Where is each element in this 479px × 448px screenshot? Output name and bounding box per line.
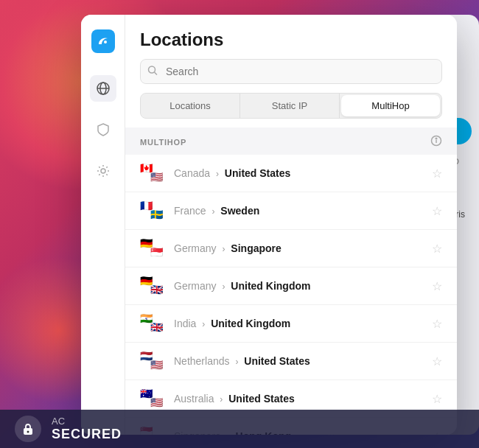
secured-label: SECURED bbox=[52, 427, 122, 442]
location-from: Germany bbox=[174, 280, 217, 292]
svg-point-0 bbox=[104, 41, 107, 43]
location-from: Canada bbox=[174, 167, 210, 179]
lock-icon bbox=[15, 416, 41, 442]
location-text: Germany › Singapore bbox=[174, 242, 432, 254]
list-item[interactable]: 🇩🇪 🇸🇬 Germany › Singapore ☆ bbox=[125, 230, 457, 267]
location-to: United States bbox=[244, 355, 310, 367]
location-from: Netherlands bbox=[174, 355, 230, 367]
tab-bar: Locations Static IP MultiHop bbox=[140, 93, 442, 119]
arrow-icon: › bbox=[216, 169, 219, 179]
list-item[interactable]: 🇩🇪 🇬🇧 Germany › United Kingdom ☆ bbox=[125, 267, 457, 305]
svg-line-6 bbox=[155, 72, 158, 75]
flag-to: 🇸🇪 bbox=[150, 209, 167, 221]
search-container bbox=[140, 59, 442, 84]
flag-to: 🇺🇸 bbox=[150, 360, 167, 371]
favorite-icon[interactable]: ☆ bbox=[432, 354, 442, 368]
location-list: 🇨🇦 🇺🇸 Canada › United States ☆ 🇫🇷 🇸🇪 Fra… bbox=[125, 155, 457, 435]
sidebar-shield-icon[interactable] bbox=[90, 116, 116, 143]
search-input[interactable] bbox=[140, 59, 442, 84]
header: Locations Locations Static IP MultiHop bbox=[125, 15, 457, 127]
flag-to: 🇸🇬 bbox=[150, 247, 167, 259]
secured-text: AC SECURED bbox=[52, 416, 122, 442]
location-to: Sweden bbox=[220, 205, 259, 217]
location-to: Singapore bbox=[231, 242, 281, 254]
arrow-icon: › bbox=[211, 206, 214, 217]
favorite-icon[interactable]: ☆ bbox=[432, 167, 442, 181]
flag-to: 🇬🇧 bbox=[150, 284, 167, 296]
favorite-icon[interactable]: ☆ bbox=[432, 392, 442, 406]
location-from: Germany bbox=[174, 242, 217, 254]
location-text: Netherlands › United States bbox=[174, 355, 432, 367]
flag-stack: 🇮🇳 🇬🇧 bbox=[140, 313, 167, 334]
svg-point-11 bbox=[27, 431, 29, 433]
main-content: Locations Locations Static IP MultiHop bbox=[125, 15, 457, 435]
favorite-icon[interactable]: ☆ bbox=[432, 317, 442, 331]
location-from: Australia bbox=[174, 393, 214, 405]
arrow-icon: › bbox=[222, 281, 225, 292]
sidebar-settings-icon[interactable] bbox=[90, 158, 116, 184]
list-item[interactable]: 🇳🇱 🇺🇸 Netherlands › United States ☆ bbox=[125, 343, 457, 380]
location-from: France bbox=[174, 205, 206, 217]
svg-point-9 bbox=[436, 138, 437, 139]
search-icon bbox=[147, 66, 158, 78]
location-to: United Kingdom bbox=[211, 318, 290, 329]
location-text: Australia › United States bbox=[174, 393, 432, 405]
flag-stack: 🇦🇺 🇺🇸 bbox=[140, 388, 167, 409]
flag-stack: 🇩🇪 🇸🇬 bbox=[140, 238, 167, 259]
svg-point-4 bbox=[101, 169, 105, 173]
flag-to: 🇺🇸 bbox=[150, 172, 167, 183]
arrow-icon: › bbox=[222, 244, 225, 254]
section-header: MULTIHOP bbox=[125, 127, 457, 155]
flag-to: 🇺🇸 bbox=[150, 397, 167, 409]
favorite-icon[interactable]: ☆ bbox=[432, 279, 442, 293]
app-logo bbox=[91, 29, 115, 53]
list-item[interactable]: 🇨🇦 🇺🇸 Canada › United States ☆ bbox=[125, 155, 457, 192]
flag-stack: 🇫🇷 🇸🇪 bbox=[140, 200, 167, 221]
arrow-icon: › bbox=[235, 357, 238, 367]
location-from: India bbox=[174, 318, 196, 329]
arrow-icon: › bbox=[202, 319, 205, 329]
tab-static-ip[interactable]: Static IP bbox=[240, 94, 339, 118]
location-text: Canada › United States bbox=[174, 167, 432, 179]
flag-stack: 🇨🇦 🇺🇸 bbox=[140, 163, 167, 183]
sidebar-globe-icon[interactable] bbox=[90, 75, 116, 102]
tab-multihop[interactable]: MultiHop bbox=[341, 95, 440, 116]
list-item[interactable]: 🇫🇷 🇸🇪 France › Sweden ☆ bbox=[125, 192, 457, 230]
location-to: United States bbox=[228, 393, 294, 405]
secured-top: AC bbox=[52, 416, 122, 427]
arrow-icon: › bbox=[220, 394, 223, 405]
info-icon[interactable] bbox=[430, 135, 442, 149]
flag-stack: 🇩🇪 🇬🇧 bbox=[140, 276, 167, 296]
svg-point-5 bbox=[149, 66, 155, 73]
list-item[interactable]: 🇮🇳 🇬🇧 India › United Kingdom ☆ bbox=[125, 305, 457, 343]
location-text: Germany › United Kingdom bbox=[174, 280, 432, 292]
tab-locations[interactable]: Locations bbox=[141, 94, 240, 118]
favorite-icon[interactable]: ☆ bbox=[432, 204, 442, 218]
location-to: United States bbox=[225, 167, 290, 179]
bottom-bar: AC SECURED bbox=[0, 410, 479, 448]
flag-stack: 🇳🇱 🇺🇸 bbox=[140, 351, 167, 371]
favorite-icon[interactable]: ☆ bbox=[432, 242, 442, 256]
flag-to: 🇬🇧 bbox=[150, 322, 167, 334]
location-text: India › United Kingdom bbox=[174, 318, 432, 329]
app-window: Locations Locations Static IP MultiHop bbox=[81, 15, 457, 435]
location-to: United Kingdom bbox=[231, 280, 310, 292]
location-text: France › Sweden bbox=[174, 205, 432, 217]
page-title: Locations bbox=[140, 29, 442, 50]
section-title: MULTIHOP bbox=[140, 138, 186, 147]
sidebar bbox=[81, 15, 125, 435]
